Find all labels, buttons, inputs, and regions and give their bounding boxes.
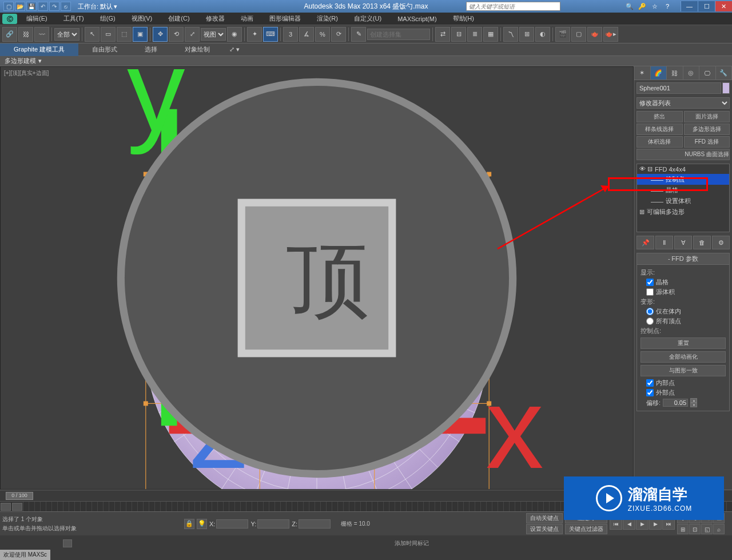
ffd-select-button[interactable]: FFD 选择 xyxy=(684,136,730,148)
nurbs-surf-button[interactable]: NURBS 曲面选择 xyxy=(636,149,730,160)
extrude-button[interactable]: 挤出 xyxy=(636,111,683,122)
search-box[interactable] xyxy=(466,2,560,11)
select-name-icon[interactable]: ▭ xyxy=(101,27,116,42)
add-time-tag[interactable]: 添加时间标记 xyxy=(395,539,429,547)
select-tool-icon[interactable]: ↖ xyxy=(85,27,100,42)
menu-tools[interactable]: 工具(T) xyxy=(55,14,92,23)
render-prod-icon[interactable]: 🫖▸ xyxy=(603,27,618,42)
zoom-region-icon[interactable]: ⌕ xyxy=(713,524,725,534)
stack-ffd[interactable]: 👁 ⊟ FFD 4x4x4 xyxy=(637,164,729,174)
spinner-up-icon[interactable]: ▴ xyxy=(690,398,697,403)
trackbar-mini-icon[interactable] xyxy=(12,503,22,511)
mirror-icon[interactable]: ⇄ xyxy=(435,27,450,42)
x-coord-input[interactable] xyxy=(216,519,248,529)
poly-select-button[interactable]: 多边形选择 xyxy=(684,124,730,135)
menu-maxscript[interactable]: MAXScript(M) xyxy=(389,15,444,22)
undo-icon[interactable]: ↶ xyxy=(38,2,48,11)
motion-tab-icon[interactable]: ◎ xyxy=(683,66,700,80)
conform-to-shape-button[interactable]: 与图形一致 xyxy=(640,365,726,376)
script-listener-icon[interactable] xyxy=(63,539,72,547)
minimize-button[interactable]: — xyxy=(681,1,698,11)
menu-view[interactable]: 视图(V) xyxy=(124,14,161,23)
zoom-all-icon[interactable]: ⊞ xyxy=(677,524,689,534)
spline-select-button[interactable]: 样条线选择 xyxy=(636,124,683,135)
unlink-tool-icon[interactable]: ⛓ xyxy=(18,27,33,42)
menu-help[interactable]: 帮助(H) xyxy=(445,14,482,23)
pin-stack-icon[interactable]: 📌 xyxy=(636,236,654,249)
schematic-view-icon[interactable]: ⊞ xyxy=(519,27,534,42)
create-tab-icon[interactable]: ✶ xyxy=(634,66,651,80)
menu-customize[interactable]: 自定义(U) xyxy=(346,14,389,23)
modify-tab-icon[interactable]: 🌈 xyxy=(651,66,667,80)
make-unique-icon[interactable]: ∀ xyxy=(674,236,692,249)
edit-named-sel-icon[interactable]: ✎ xyxy=(351,27,366,42)
ribbon-tab-graphite[interactable]: Graphite 建模工具 xyxy=(0,43,78,56)
trackbar-toggle-icon[interactable] xyxy=(1,503,11,511)
graphite-icon[interactable]: ▦ xyxy=(483,27,498,42)
remove-mod-icon[interactable]: 🗑 xyxy=(693,236,711,249)
source-vol-checkbox[interactable]: 源体积 xyxy=(646,288,726,296)
align-icon[interactable]: ⊟ xyxy=(451,27,466,42)
ribbon-expand-icon[interactable]: ⤢ ▾ xyxy=(224,43,245,56)
ribbon-tab-selection[interactable]: 选择 xyxy=(131,43,171,56)
maxscript-listener-tab[interactable]: 欢迎使用 MAXSc xyxy=(0,550,50,560)
pivot-icon[interactable]: ◉ xyxy=(227,27,242,42)
stack-control-points[interactable]: —— 控制点 xyxy=(637,174,729,185)
scale-tool-icon[interactable]: ⤢ xyxy=(185,27,200,42)
outside-points-checkbox[interactable]: 外部点 xyxy=(646,388,726,397)
key-icon[interactable]: 🔑 xyxy=(638,2,647,11)
open-icon[interactable]: 📂 xyxy=(15,2,25,11)
viewport[interactable]: [+][顶][真实+边面] xyxy=(0,66,634,490)
named-sel-input[interactable] xyxy=(367,29,430,40)
maximize-button[interactable]: ☐ xyxy=(698,1,715,11)
zoom-extents-icon[interactable]: ⊡ xyxy=(689,524,701,534)
lock-selection-icon[interactable]: 🔒 xyxy=(184,519,194,529)
star-icon[interactable]: ☆ xyxy=(650,2,659,11)
save-icon[interactable]: 💾 xyxy=(26,2,37,11)
configure-sets-icon[interactable]: ⚙ xyxy=(712,236,730,249)
stack-editable-poly[interactable]: ⊞ 可编辑多边形 xyxy=(637,206,729,217)
menu-grapheditors[interactable]: 图形编辑器 xyxy=(261,14,309,23)
key-filters-button[interactable]: 关键点过滤器 xyxy=(565,524,607,534)
workspace-label[interactable]: 工作台: 默认 xyxy=(78,2,113,11)
utilities-tab-icon[interactable]: 🔧 xyxy=(716,66,733,80)
curve-editor-icon[interactable]: 〽 xyxy=(503,27,518,42)
render-icon[interactable]: 🫖 xyxy=(587,27,602,42)
reset-button[interactable]: 重置 xyxy=(640,337,726,349)
time-slider[interactable]: 0 / 100 xyxy=(6,492,33,500)
spinner-snap-icon[interactable]: ⟳ xyxy=(331,27,346,42)
rotate-tool-icon[interactable]: ⟲ xyxy=(169,27,184,42)
angle-snap-icon[interactable]: ∡ xyxy=(299,27,314,42)
ribbon-tab-freeform[interactable]: 自由形式 xyxy=(78,43,131,56)
bind-tool-icon[interactable]: 〰 xyxy=(34,27,49,42)
menu-group[interactable]: 组(G) xyxy=(92,14,124,23)
stack-set-volume[interactable]: —— 设置体积 xyxy=(637,196,729,206)
ribbon-subpanel[interactable]: 多边形建模 ▾ xyxy=(0,56,732,66)
select-manipulate-icon[interactable]: ✦ xyxy=(247,27,262,42)
all-verts-radio[interactable]: 所有顶点 xyxy=(646,317,726,325)
object-color-swatch[interactable] xyxy=(722,82,730,94)
z-coord-input[interactable] xyxy=(299,519,331,529)
modifier-stack[interactable]: 👁 ⊟ FFD 4x4x4 —— 控制点 —— 晶格 —— 设置体积 ⊞ 可编辑… xyxy=(636,164,730,232)
menu-edit[interactable]: 编辑(E) xyxy=(18,14,55,23)
app-menu-icon[interactable]: Ⓒ xyxy=(2,14,17,24)
ribbon-sub-arrow-icon[interactable]: ▾ xyxy=(38,57,42,65)
close-button[interactable]: ✕ xyxy=(715,1,732,11)
select-region-icon[interactable]: ⬚ xyxy=(117,27,132,42)
selection-filter-dropdown[interactable]: 全部 xyxy=(54,28,79,41)
redo-icon[interactable]: ↷ xyxy=(49,2,59,11)
layers-icon[interactable]: ≣ xyxy=(467,27,482,42)
search-input[interactable] xyxy=(467,2,560,10)
setkey-button[interactable]: 设置关键点 xyxy=(526,524,563,534)
keyboard-shortcut-icon[interactable]: ⌨ xyxy=(263,27,278,42)
render-setup-icon[interactable]: 🎬 xyxy=(555,27,570,42)
display-tab-icon[interactable]: 🖵 xyxy=(699,66,716,80)
ribbon-sub-polymod[interactable]: 多边形建模 xyxy=(5,57,36,65)
workspace-dropdown-arrow[interactable]: ▾ xyxy=(114,3,117,10)
hierarchy-tab-icon[interactable]: ⛓ xyxy=(667,66,683,80)
link-tool-icon[interactable]: 🔗 xyxy=(2,27,17,42)
percent-snap-icon[interactable]: % xyxy=(315,27,330,42)
offset-spinner[interactable] xyxy=(663,399,688,407)
viewcube[interactable]: 顶 xyxy=(1,67,633,489)
spinner-down-icon[interactable]: ▾ xyxy=(690,403,697,407)
